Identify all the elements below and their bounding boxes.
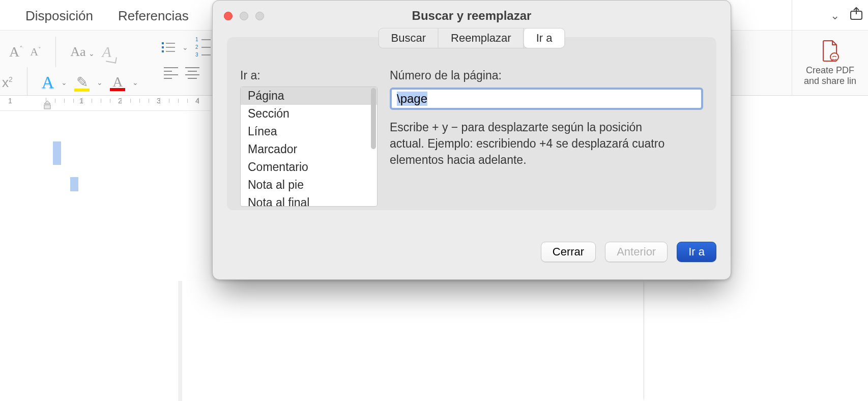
numbered-list-icon[interactable]: 1 2 3	[195, 37, 211, 58]
page-number-input[interactable]	[392, 90, 701, 108]
tab-references[interactable]: Referencias	[118, 8, 189, 24]
list-scrollbar[interactable]	[371, 88, 376, 149]
list-item[interactable]: Sección	[241, 105, 377, 123]
goto-target-list[interactable]: Página Sección Línea Marcador Comentario…	[240, 87, 378, 207]
text-selection	[70, 177, 78, 191]
list-item[interactable]: Página	[241, 87, 377, 105]
increase-font-icon[interactable]: A˄	[9, 44, 23, 60]
goto-list-label: Ir a:	[240, 69, 378, 82]
page-number-label: Número de la página:	[390, 69, 703, 82]
align-center-icon[interactable]	[185, 67, 199, 79]
dialog-title: Buscar y reemplazar	[213, 9, 731, 23]
highlight-icon[interactable]: ✎	[74, 74, 90, 92]
document-page-continuation[interactable]	[182, 281, 643, 401]
dialog-body: Buscar Reemplazar Ir a Ir a: Página Secc…	[227, 37, 716, 210]
share-icon[interactable]	[849, 6, 864, 25]
tab-find[interactable]: Buscar	[379, 28, 438, 48]
tab-replace[interactable]: Reemplazar	[439, 28, 524, 48]
tab-layout[interactable]: Disposición	[25, 8, 93, 24]
change-case-icon[interactable]: Aa⌄	[70, 44, 95, 60]
list-item[interactable]: Comentario	[241, 158, 377, 176]
decrease-font-icon[interactable]: A˅	[30, 45, 41, 59]
text-effects-chevron-icon[interactable]: ⌄	[61, 78, 67, 87]
create-pdf-button[interactable]: Create PDF and share lin	[792, 40, 868, 87]
tab-goto[interactable]: Ir a	[524, 28, 565, 48]
font-color-chevron-icon[interactable]: ⌄	[132, 78, 138, 87]
align-left-icon[interactable]	[164, 67, 178, 79]
goto-help-text: Escribe + y − para desplazarte según la …	[390, 119, 675, 168]
close-button[interactable]: Cerrar	[541, 242, 596, 262]
superscript-icon[interactable]: x2	[2, 75, 13, 91]
clear-formatting-icon[interactable]: A	[102, 43, 111, 61]
svg-rect-2	[44, 105, 50, 109]
goto-button[interactable]: Ir a	[677, 242, 716, 262]
ruler-mark: 1	[8, 97, 12, 105]
horizontal-ruler[interactable]: 1 1 2 3 4	[0, 96, 211, 111]
text-effects-icon[interactable]: A	[42, 73, 54, 92]
font-color-icon[interactable]: A	[110, 74, 125, 91]
list-item[interactable]: Nota al pie	[241, 176, 377, 194]
previous-button: Anterior	[605, 242, 668, 262]
list-item[interactable]: Línea	[241, 123, 377, 140]
indent-marker-icon[interactable]	[44, 101, 51, 108]
right-command-pane: ⌄ Create PDF and share lin	[792, 0, 868, 96]
ribbon-overflow-chevron-icon[interactable]: ⌄	[830, 9, 840, 22]
create-pdf-label-1: Create PDF	[792, 65, 868, 76]
create-pdf-label-2: and share lin	[792, 76, 868, 87]
list-item[interactable]: Marcador	[241, 140, 377, 158]
highlight-chevron-icon[interactable]: ⌄	[97, 78, 103, 87]
text-selection	[53, 141, 61, 165]
find-replace-tabs: Buscar Reemplazar Ir a	[379, 28, 565, 48]
find-replace-dialog: Buscar y reemplazar Buscar Reemplazar Ir…	[212, 0, 731, 280]
list-item[interactable]: Nota al final	[241, 194, 377, 207]
bulleted-list-chevron-icon[interactable]: ⌄	[182, 43, 188, 51]
dialog-titlebar[interactable]: Buscar y reemplazar	[213, 1, 731, 31]
bulleted-list-icon[interactable]	[162, 42, 175, 52]
